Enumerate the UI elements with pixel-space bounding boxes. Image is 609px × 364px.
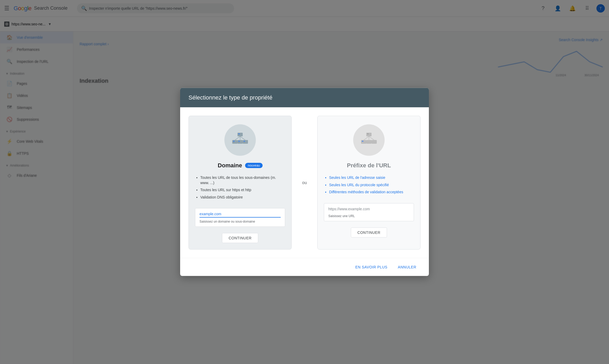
svg-rect-20	[367, 135, 369, 135]
url-input[interactable]	[328, 207, 409, 212]
property-type-modal: Sélectionnez le type de propriété	[180, 88, 429, 276]
url-continue-button[interactable]: CONTINUER	[351, 228, 387, 238]
domain-card[interactable]: Domaine nouveau Toutes les URL de tous l…	[189, 116, 292, 250]
svg-line-21	[364, 136, 369, 140]
url-card-title-row: Préfixe de l'URL	[347, 162, 391, 169]
domain-feature-2: Toutes les URL sur https et http	[200, 187, 285, 193]
svg-rect-32	[372, 142, 374, 142]
domain-badge: nouveau	[245, 163, 262, 168]
url-feature-2: Seules les URL du protocole spécifié	[329, 182, 414, 187]
url-feature-1: Seules les URL de l'adresse saisie	[329, 175, 414, 180]
domain-icon-circle	[224, 124, 256, 156]
domain-card-title: Domaine	[218, 162, 242, 169]
svg-rect-26	[362, 142, 363, 142]
svg-line-8	[240, 136, 245, 140]
domain-input[interactable]	[200, 212, 281, 218]
url-input-area: Saisissez une URL	[324, 203, 414, 221]
modal-or-divider: ou	[300, 116, 309, 250]
svg-rect-10	[233, 141, 235, 142]
svg-rect-28	[367, 141, 369, 142]
modal-footer: EN SAVOIR PLUS ANNULER	[180, 258, 429, 276]
url-icon-circle	[353, 124, 385, 156]
learn-more-button[interactable]: EN SAVOIR PLUS	[351, 262, 392, 272]
svg-rect-13	[238, 141, 240, 142]
svg-rect-18	[366, 133, 372, 136]
svg-rect-12	[237, 140, 243, 144]
modal-header: Sélectionnez le type de propriété	[180, 88, 429, 107]
svg-rect-5	[238, 135, 240, 135]
svg-rect-25	[362, 141, 363, 142]
svg-rect-11	[233, 142, 235, 142]
domain-feature-1: Toutes les URL de tous les sous-domaines…	[200, 175, 285, 185]
svg-rect-16	[243, 141, 245, 142]
modal-body: Domaine nouveau Toutes les URL de tous l…	[180, 107, 429, 258]
svg-rect-4	[238, 134, 240, 134]
url-card-title: Préfixe de l'URL	[347, 162, 391, 169]
svg-rect-29	[367, 142, 369, 142]
domain-card-title-row: Domaine nouveau	[218, 162, 263, 169]
url-feature-3: Différentes méthodes de validation accep…	[329, 190, 414, 195]
svg-rect-14	[238, 142, 240, 142]
domain-continue-button[interactable]: CONTINUER	[222, 233, 258, 243]
svg-rect-9	[232, 140, 237, 144]
svg-rect-31	[372, 141, 374, 142]
url-input-hint: Saisissez une URL	[328, 214, 409, 218]
domain-input-wrapper: Saisissez un domaine ou sous-domaine	[195, 208, 285, 227]
svg-rect-30	[372, 140, 377, 144]
domain-card-features: Toutes les URL de tous les sous-domaines…	[195, 175, 285, 202]
svg-rect-15	[243, 140, 248, 144]
domain-input-hint: Saisissez un domaine ou sous-domaine	[200, 220, 281, 223]
url-card-features: Seules les URL de l'adresse saisie Seule…	[324, 175, 414, 197]
domain-input-area: Saisissez un domaine ou sous-domaine	[195, 208, 285, 227]
url-prefix-card[interactable]: Préfixe de l'URL Seules les URL de l'adr…	[317, 116, 420, 250]
svg-rect-3	[237, 133, 243, 136]
svg-rect-17	[243, 142, 245, 142]
cancel-button[interactable]: ANNULER	[394, 262, 420, 272]
svg-line-6	[235, 136, 240, 140]
svg-rect-24	[361, 140, 366, 144]
svg-line-23	[369, 136, 374, 140]
modal-title: Sélectionnez le type de propriété	[189, 94, 420, 101]
url-input-wrapper: Saisissez une URL	[324, 203, 414, 221]
svg-rect-19	[367, 134, 369, 134]
svg-rect-27	[366, 140, 372, 144]
domain-feature-3: Validation DNS obligatoire	[200, 195, 285, 200]
